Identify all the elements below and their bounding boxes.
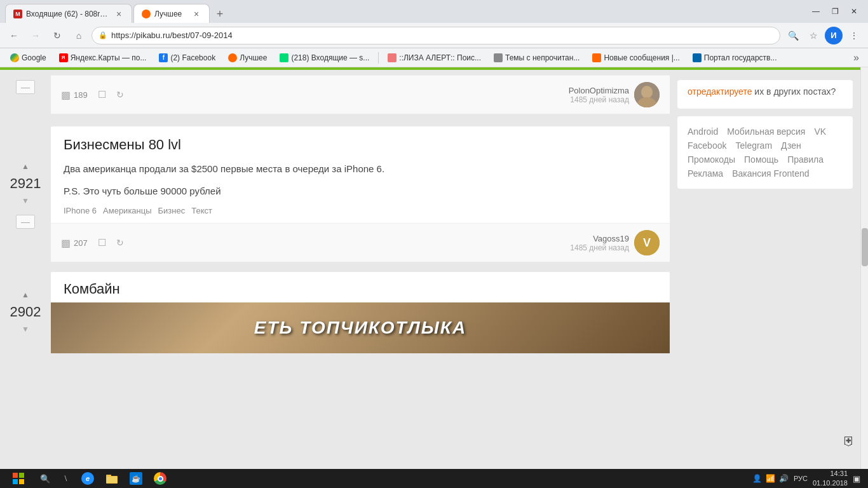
main-author-name[interactable]: Vagoss19 — [570, 234, 629, 243]
partial-author-name[interactable]: PolonOptimizma — [569, 86, 629, 95]
link-telegram[interactable]: Telegram — [735, 140, 772, 151]
sidebar-highlight-text[interactable]: отредактируете — [688, 86, 752, 97]
user-avatar-button[interactable]: И — [825, 27, 843, 44]
tag-text[interactable]: Текст — [191, 206, 212, 215]
bookmark-portal[interactable]: Портал государств... — [688, 52, 782, 64]
refresh-button[interactable]: ↻ — [48, 27, 66, 44]
link-facebook[interactable]: Facebook — [688, 140, 726, 151]
pikabu-bm-favicon — [228, 53, 237, 62]
back-button[interactable]: ← — [5, 27, 23, 44]
link-rules[interactable]: Правила — [787, 154, 824, 165]
main-post-text-2: P.S. Это чуть больше 90000 рублей — [64, 184, 657, 199]
partial-comments-number: 189 — [74, 90, 88, 100]
main-post-meta-right: Vagoss19 1485 дней назад V — [570, 230, 660, 255]
link-mobile[interactable]: Мобильная версия — [727, 126, 805, 137]
partial-post-meta-right: PolonOptimizma 1485 дней назад — [569, 82, 660, 107]
link-help[interactable]: Помощь — [744, 154, 778, 165]
partial-comment-count[interactable]: ▩ 189 — [61, 89, 88, 101]
repost-icon: ↻ — [116, 90, 124, 100]
bookmark-google[interactable]: Google — [5, 52, 51, 64]
main-post-card: Бизнесмены 80 lvl Два американца продали… — [51, 126, 670, 262]
sidebar-partial-text: отредактируете их в других постах? — [688, 85, 843, 98]
main-post-text-1: Два американца продали за $2500 первые м… — [64, 162, 657, 177]
sidebar-text-rest: их в других постах? — [752, 86, 836, 97]
kombain-vote-col: ▲ 2902 ▼ — [0, 269, 51, 353]
address-bar[interactable]: 🔒 https://pikabu.ru/best/07-09-2014 — [92, 27, 780, 44]
bookmark-pikabu[interactable]: Лучшее — [223, 52, 272, 64]
main-post-time: 1485 дней назад — [570, 243, 629, 252]
address-text: https://pikabu.ru/best/07-09-2014 — [111, 30, 773, 40]
bookmark-yandex[interactable]: Я Яндекс.Карты — по... — [54, 52, 152, 64]
partial-save-button[interactable]: ☐ — [98, 89, 106, 100]
bookmark-button[interactable]: ☆ — [804, 27, 822, 44]
partial-repost-button[interactable]: ↻ — [116, 90, 124, 100]
partial-author-avatar[interactable] — [634, 82, 660, 107]
fill-tool-icon: ⛨ — [843, 434, 855, 449]
link-dzen[interactable]: Дзен — [781, 140, 801, 151]
kombain-vote-count: 2902 — [10, 304, 41, 320]
link-ads[interactable]: Реклама — [688, 168, 723, 179]
partial-vote-col: — — [0, 75, 51, 119]
new-tab-button[interactable]: + — [211, 5, 229, 23]
maximize-button[interactable]: ❐ — [826, 3, 844, 20]
scrollbar-track[interactable] — [860, 67, 868, 469]
tab-pikabu-close[interactable]: × — [191, 9, 201, 19]
main-vote-col: ▲ 2921 ▼ — — [0, 121, 51, 267]
sidebar-links-widget: Android Мобильная версия VK Facebook Tel… — [677, 116, 853, 189]
main-post-tags: IPhone 6 Американцы Бизнес Текст — [64, 206, 657, 215]
forward-button[interactable]: → — [27, 27, 44, 44]
bookmark-liza[interactable]: ::ЛИЗА АЛЕРТ:: Поис... — [383, 52, 486, 64]
bookmark-temy-label: Темы с непрочитан... — [505, 53, 580, 62]
kombain-vote-up[interactable]: ▲ — [18, 288, 33, 301]
save-icon: ☐ — [98, 89, 106, 100]
bookmark-mail[interactable]: (218) Входящие — s... — [275, 52, 374, 64]
kombain-vote-down[interactable]: ▼ — [18, 323, 33, 336]
menu-button[interactable]: ⋮ — [845, 27, 863, 44]
main-vote-up[interactable]: ▲ — [18, 160, 33, 173]
tag-americans[interactable]: Американцы — [103, 206, 152, 215]
main-post-author: Vagoss19 1485 дней назад — [570, 234, 629, 252]
main-post-title[interactable]: Бизнесмены 80 lvl — [64, 137, 657, 153]
main-repost-button[interactable]: ↻ — [116, 238, 124, 248]
home-button[interactable]: ⌂ — [70, 27, 88, 44]
svg-text:V: V — [643, 236, 651, 249]
kombain-post-image: ЕТЬ ТОПЧИКОТЛЫКА — [51, 302, 670, 353]
bookmark-facebook-label: (2) Facebook — [170, 53, 215, 62]
tab-gmail-close[interactable]: × — [114, 9, 124, 19]
tab-gmail[interactable]: M Входящие (62) - 808ramil@gma... × — [5, 4, 132, 23]
partial-post-time: 1485 дней назад — [569, 95, 629, 104]
browser-toolbar: ← → ↻ ⌂ 🔒 https://pikabu.ru/best/07-09-2… — [0, 23, 868, 48]
bookmarks-more-button[interactable]: » — [850, 51, 863, 65]
partial-post-author: PolonOptimizma 1485 дней назад — [569, 86, 629, 104]
scrollbar-thumb[interactable] — [862, 228, 868, 266]
link-vk[interactable]: VK — [814, 126, 826, 137]
bookmark-facebook[interactable]: f (2) Facebook — [154, 52, 220, 64]
link-vacancy[interactable]: Вакансия Frontend — [732, 168, 809, 179]
comment-icon2: ▩ — [61, 237, 71, 249]
bookmark-temy[interactable]: Темы с непрочитан... — [489, 52, 585, 64]
close-button[interactable]: ✕ — [845, 3, 863, 20]
tab-pikabu[interactable]: Лучшее × — [133, 4, 210, 23]
main-minus-button[interactable]: — — [16, 215, 35, 229]
main-author-avatar[interactable]: V — [634, 230, 660, 255]
search-toolbar-button[interactable]: 🔍 — [784, 27, 802, 44]
main-save-button[interactable]: ☐ — [98, 237, 106, 248]
save-icon2: ☐ — [98, 237, 106, 248]
tag-iphone6[interactable]: IPhone 6 — [64, 206, 97, 215]
main-post-footer: ▩ 207 ☐ ↻ Vagoss19 1485 дней н — [51, 223, 670, 262]
link-android[interactable]: Android — [688, 126, 718, 137]
posts-wrapper: — ▩ 189 ☐ ↻ — [0, 67, 670, 469]
tag-business[interactable]: Бизнес — [158, 206, 186, 215]
kombain-post-card: Комбайн ЕТЬ ТОПЧИКОТЛЫКА — [51, 272, 670, 353]
main-vote-down[interactable]: ▼ — [18, 194, 33, 207]
minimize-button[interactable]: — — [807, 3, 825, 20]
toolbar-right: 🔍 ☆ И ⋮ — [784, 27, 863, 44]
kombain-post-title[interactable]: Комбайн — [51, 272, 670, 302]
bookmark-mail-label: (218) Входящие — s... — [291, 53, 369, 62]
bookmark-novye[interactable]: Новые сообщения |... — [587, 52, 684, 64]
partial-minus-button[interactable]: — — [16, 80, 35, 94]
bookmark-novye-label: Новые сообщения |... — [604, 53, 679, 62]
main-comment-count[interactable]: ▩ 207 — [61, 237, 88, 249]
pikabu-favicon — [142, 10, 151, 18]
link-promo[interactable]: Промокоды — [688, 154, 735, 165]
